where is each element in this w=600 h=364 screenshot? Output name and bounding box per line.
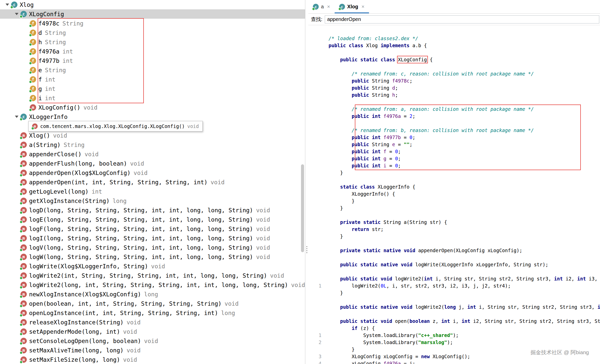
tree-item[interactable]: mappenderOpen(Xlog$XLogConfig)void — [0, 168, 305, 177]
code-line: public String e = ""; — [308, 141, 600, 148]
tree-item[interactable]: mlogI(long, String, String, String, int,… — [0, 233, 305, 243]
public-dot-icon — [20, 146, 22, 148]
tree-item[interactable]: mopenLogInstance(int, int, String, Strin… — [0, 308, 305, 318]
tab-a[interactable]: c a × — [308, 0, 335, 13]
tree-item[interactable]: mnewXlogInstance(Xlog$XLogConfig)long — [0, 290, 305, 299]
class-tree[interactable]: cXlogcXLogConfigff4978cStringfdStringfhS… — [0, 0, 305, 364]
search-input[interactable] — [325, 15, 599, 23]
tree-item-name: logI(long, String, String, String, int, … — [29, 235, 253, 242]
tree-item-type: long — [113, 198, 127, 204]
tree-item[interactable]: mreleaseXlogInstance(String)void — [0, 318, 305, 327]
tree-item-name: logE(long, String, String, String, int, … — [29, 216, 253, 223]
tree-item[interactable]: fhString — [0, 37, 305, 47]
code-line: /* renamed from: a, reason: collision wi… — [308, 106, 600, 113]
tree-item[interactable]: ffint — [0, 75, 305, 84]
tree-item[interactable]: fgint — [0, 84, 305, 93]
line-number — [308, 346, 327, 353]
tree-item[interactable]: ma(String)String — [0, 140, 305, 149]
line-number — [308, 98, 327, 106]
public-dot-icon — [20, 212, 22, 214]
tree-item[interactable]: feString — [0, 65, 305, 75]
tree-item[interactable]: msetAppenderMode(long, int)void — [0, 327, 305, 336]
code-line — [308, 296, 600, 303]
line-number — [308, 70, 327, 77]
tree-item-name: f4977b — [38, 58, 59, 64]
chevron-down-icon[interactable] — [6, 4, 11, 6]
tree-item[interactable]: mlogD(long, String, String, String, int,… — [0, 205, 305, 215]
line-number — [308, 141, 327, 148]
tree-item[interactable]: mlogWrite(Xlog$XLoggerInfo, String)void — [0, 262, 305, 271]
decompiler-window: cXlogcXLogConfigff4978cStringfdStringfhS… — [0, 0, 600, 364]
close-icon[interactable]: × — [361, 4, 364, 10]
code-line: } — [308, 169, 600, 176]
tree-item[interactable]: mlogWrite2(long, int, String, String, St… — [0, 280, 305, 290]
tree-item[interactable]: mlogE(long, String, String, String, int,… — [0, 215, 305, 224]
public-dot-icon — [29, 34, 32, 36]
public-dot-icon — [20, 249, 22, 251]
tree-item-name: e — [38, 67, 42, 73]
tree-item[interactable]: mappenderOpen(int, int, String, String, … — [0, 177, 305, 187]
line-number — [308, 84, 327, 91]
tree-item[interactable]: cXLogConfig — [0, 9, 305, 19]
line-number — [308, 162, 327, 169]
class-tree-panel: cXlogcXLogConfigff4978cStringfdStringfhS… — [0, 0, 305, 364]
tree-item[interactable]: msetMaxAliveTime(long, long)void — [0, 346, 305, 355]
editor-panel: c a × c Xlog × 查找: /* loaded from: class… — [308, 0, 600, 364]
tree-item[interactable]: fdString — [0, 28, 305, 37]
field-icon: f — [30, 30, 36, 36]
code-line: } — [308, 289, 600, 296]
line-number — [308, 91, 327, 98]
line-number — [308, 226, 327, 233]
tree-item[interactable]: mgetXlogInstance(String)long — [0, 196, 305, 205]
method-icon: m — [30, 104, 36, 111]
close-icon[interactable]: × — [327, 4, 330, 10]
code-line: public int i = 0; — [308, 162, 600, 169]
tree-item[interactable]: ff4976aint — [0, 47, 305, 56]
editor-tab-bar: c a × c Xlog × — [308, 0, 600, 14]
tree-item-type: void — [123, 356, 137, 363]
tree-item-type: int — [62, 48, 73, 55]
tree-item[interactable]: mappenderClose()void — [0, 149, 305, 159]
tree-item[interactable]: mappenderFlush(long, boolean)void — [0, 159, 305, 168]
tree-item[interactable]: ff4977bint — [0, 56, 305, 65]
tree-item-name: setAppenderMode(long, int) — [29, 328, 120, 335]
tab-xlog[interactable]: c Xlog × — [335, 0, 369, 13]
tree-item-type: void — [151, 263, 165, 270]
code-editor[interactable]: /* loaded from: classes2.dex */public cl… — [308, 25, 600, 364]
tree-item[interactable]: mXLogConfig()void — [0, 103, 305, 112]
public-dot-icon — [29, 25, 32, 27]
method-icon: m — [20, 216, 27, 223]
public-dot-icon — [20, 268, 22, 270]
tree-scrollbar-thumb[interactable] — [301, 164, 304, 252]
tree-item[interactable]: msetConsoleLogOpen(long, boolean)void — [0, 336, 305, 346]
tree-item[interactable]: mXlog()void — [0, 131, 305, 140]
line-number — [308, 197, 327, 204]
tree-item[interactable]: mopen(boolean, int, int, String, String,… — [0, 299, 305, 308]
tree-item[interactable]: mlogV(long, String, String, String, int,… — [0, 243, 305, 252]
tree-item[interactable]: mgetLogLevel(long)int — [0, 187, 305, 196]
tree-item[interactable]: mlogWrite2(int, String, String, String, … — [0, 271, 305, 280]
tree-item[interactable]: cXlog — [0, 0, 305, 9]
code-line: private static String a(String str) { — [308, 219, 600, 226]
tree-item[interactable]: fiint — [0, 93, 305, 103]
public-dot-icon — [20, 352, 22, 354]
tree-item-name: releaseXlogInstance(String) — [29, 319, 124, 326]
splitter-handle-icon[interactable] — [306, 246, 307, 253]
chevron-down-icon[interactable] — [15, 13, 20, 15]
public-dot-icon — [20, 240, 22, 242]
tree-item-name: setConsoleLogOpen(long, boolean) — [29, 338, 141, 344]
tree-item[interactable]: msetMaxFileSize(long, long)void — [0, 355, 305, 364]
tree-item[interactable]: ff4978cString — [0, 19, 305, 28]
tree-item[interactable]: mlogW(long, String, String, String, int,… — [0, 252, 305, 262]
panel-splitter[interactable] — [305, 0, 308, 364]
chevron-down-icon[interactable] — [15, 116, 20, 118]
line-number — [308, 77, 327, 84]
class-icon: c — [20, 11, 27, 17]
tree-item[interactable]: cXLoggerInfo — [0, 112, 305, 121]
tree-item-name: setMaxFileSize(long, long) — [29, 356, 120, 363]
code-line — [308, 254, 600, 261]
tree-item-name: setMaxAliveTime(long, long) — [29, 347, 124, 354]
tree-item[interactable]: mlogF(long, String, String, String, int,… — [0, 224, 305, 233]
tree-item-type: void — [127, 319, 141, 326]
method-icon: m — [20, 207, 27, 213]
